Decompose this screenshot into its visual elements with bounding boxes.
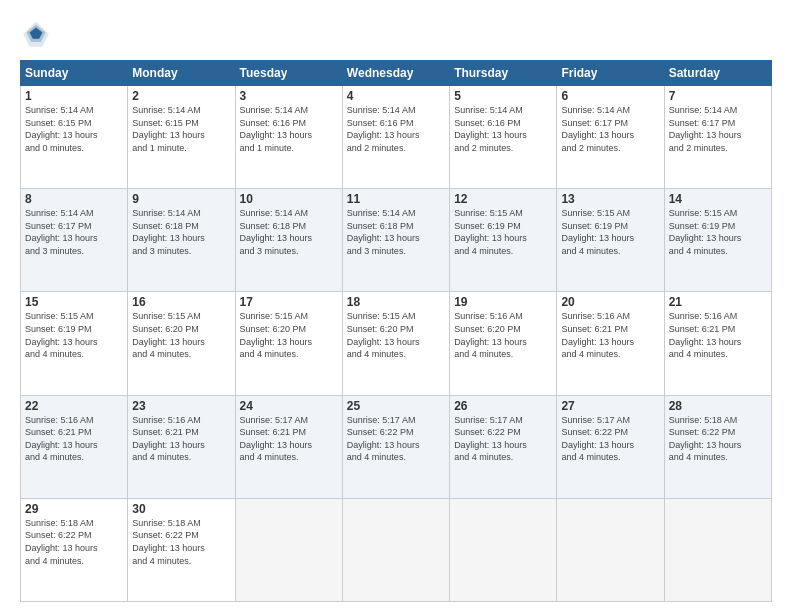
day-info: Sunrise: 5:17 AM Sunset: 6:22 PM Dayligh… <box>347 414 445 464</box>
day-info: Sunrise: 5:14 AM Sunset: 6:17 PM Dayligh… <box>669 104 767 154</box>
day-info: Sunrise: 5:14 AM Sunset: 6:15 PM Dayligh… <box>132 104 230 154</box>
calendar-cell: 1Sunrise: 5:14 AM Sunset: 6:15 PM Daylig… <box>21 86 128 189</box>
logo <box>20 18 56 50</box>
calendar-cell <box>450 498 557 601</box>
calendar-cell: 17Sunrise: 5:15 AM Sunset: 6:20 PM Dayli… <box>235 292 342 395</box>
day-number: 21 <box>669 295 767 309</box>
calendar-cell: 13Sunrise: 5:15 AM Sunset: 6:19 PM Dayli… <box>557 189 664 292</box>
day-number: 13 <box>561 192 659 206</box>
day-info: Sunrise: 5:17 AM Sunset: 6:22 PM Dayligh… <box>454 414 552 464</box>
day-info: Sunrise: 5:16 AM Sunset: 6:21 PM Dayligh… <box>669 310 767 360</box>
calendar-cell: 2Sunrise: 5:14 AM Sunset: 6:15 PM Daylig… <box>128 86 235 189</box>
day-number: 23 <box>132 399 230 413</box>
day-number: 27 <box>561 399 659 413</box>
day-info: Sunrise: 5:18 AM Sunset: 6:22 PM Dayligh… <box>669 414 767 464</box>
day-info: Sunrise: 5:16 AM Sunset: 6:21 PM Dayligh… <box>561 310 659 360</box>
calendar-cell: 11Sunrise: 5:14 AM Sunset: 6:18 PM Dayli… <box>342 189 449 292</box>
calendar-cell: 19Sunrise: 5:16 AM Sunset: 6:20 PM Dayli… <box>450 292 557 395</box>
day-number: 12 <box>454 192 552 206</box>
calendar-cell: 25Sunrise: 5:17 AM Sunset: 6:22 PM Dayli… <box>342 395 449 498</box>
calendar-cell: 4Sunrise: 5:14 AM Sunset: 6:16 PM Daylig… <box>342 86 449 189</box>
day-info: Sunrise: 5:14 AM Sunset: 6:16 PM Dayligh… <box>240 104 338 154</box>
calendar-cell: 22Sunrise: 5:16 AM Sunset: 6:21 PM Dayli… <box>21 395 128 498</box>
day-info: Sunrise: 5:18 AM Sunset: 6:22 PM Dayligh… <box>132 517 230 567</box>
day-number: 24 <box>240 399 338 413</box>
day-info: Sunrise: 5:14 AM Sunset: 6:18 PM Dayligh… <box>347 207 445 257</box>
day-number: 29 <box>25 502 123 516</box>
day-info: Sunrise: 5:14 AM Sunset: 6:18 PM Dayligh… <box>132 207 230 257</box>
calendar-week-row: 1Sunrise: 5:14 AM Sunset: 6:15 PM Daylig… <box>21 86 772 189</box>
day-number: 11 <box>347 192 445 206</box>
day-info: Sunrise: 5:17 AM Sunset: 6:22 PM Dayligh… <box>561 414 659 464</box>
day-info: Sunrise: 5:16 AM Sunset: 6:21 PM Dayligh… <box>25 414 123 464</box>
calendar-cell: 7Sunrise: 5:14 AM Sunset: 6:17 PM Daylig… <box>664 86 771 189</box>
day-number: 28 <box>669 399 767 413</box>
calendar-table: SundayMondayTuesdayWednesdayThursdayFrid… <box>20 60 772 602</box>
day-info: Sunrise: 5:15 AM Sunset: 6:19 PM Dayligh… <box>561 207 659 257</box>
calendar-cell: 16Sunrise: 5:15 AM Sunset: 6:20 PM Dayli… <box>128 292 235 395</box>
day-number: 5 <box>454 89 552 103</box>
day-number: 8 <box>25 192 123 206</box>
calendar-cell: 8Sunrise: 5:14 AM Sunset: 6:17 PM Daylig… <box>21 189 128 292</box>
calendar-cell: 29Sunrise: 5:18 AM Sunset: 6:22 PM Dayli… <box>21 498 128 601</box>
day-number: 17 <box>240 295 338 309</box>
day-info: Sunrise: 5:16 AM Sunset: 6:21 PM Dayligh… <box>132 414 230 464</box>
day-info: Sunrise: 5:14 AM Sunset: 6:18 PM Dayligh… <box>240 207 338 257</box>
calendar-cell: 3Sunrise: 5:14 AM Sunset: 6:16 PM Daylig… <box>235 86 342 189</box>
day-number: 9 <box>132 192 230 206</box>
calendar-cell: 20Sunrise: 5:16 AM Sunset: 6:21 PM Dayli… <box>557 292 664 395</box>
day-info: Sunrise: 5:14 AM Sunset: 6:16 PM Dayligh… <box>347 104 445 154</box>
calendar-cell <box>342 498 449 601</box>
day-info: Sunrise: 5:17 AM Sunset: 6:21 PM Dayligh… <box>240 414 338 464</box>
day-info: Sunrise: 5:14 AM Sunset: 6:15 PM Dayligh… <box>25 104 123 154</box>
day-number: 26 <box>454 399 552 413</box>
day-header-wednesday: Wednesday <box>342 61 449 86</box>
calendar-cell <box>664 498 771 601</box>
calendar-cell: 9Sunrise: 5:14 AM Sunset: 6:18 PM Daylig… <box>128 189 235 292</box>
calendar-cell: 21Sunrise: 5:16 AM Sunset: 6:21 PM Dayli… <box>664 292 771 395</box>
day-header-sunday: Sunday <box>21 61 128 86</box>
day-number: 16 <box>132 295 230 309</box>
calendar-week-row: 29Sunrise: 5:18 AM Sunset: 6:22 PM Dayli… <box>21 498 772 601</box>
day-number: 14 <box>669 192 767 206</box>
day-number: 20 <box>561 295 659 309</box>
calendar-week-row: 22Sunrise: 5:16 AM Sunset: 6:21 PM Dayli… <box>21 395 772 498</box>
day-header-friday: Friday <box>557 61 664 86</box>
day-number: 4 <box>347 89 445 103</box>
day-info: Sunrise: 5:15 AM Sunset: 6:20 PM Dayligh… <box>347 310 445 360</box>
calendar-cell: 6Sunrise: 5:14 AM Sunset: 6:17 PM Daylig… <box>557 86 664 189</box>
logo-icon <box>20 18 52 50</box>
day-info: Sunrise: 5:15 AM Sunset: 6:19 PM Dayligh… <box>669 207 767 257</box>
day-info: Sunrise: 5:15 AM Sunset: 6:19 PM Dayligh… <box>25 310 123 360</box>
calendar-cell: 28Sunrise: 5:18 AM Sunset: 6:22 PM Dayli… <box>664 395 771 498</box>
day-number: 6 <box>561 89 659 103</box>
calendar-cell: 15Sunrise: 5:15 AM Sunset: 6:19 PM Dayli… <box>21 292 128 395</box>
day-number: 1 <box>25 89 123 103</box>
day-number: 3 <box>240 89 338 103</box>
calendar-cell: 10Sunrise: 5:14 AM Sunset: 6:18 PM Dayli… <box>235 189 342 292</box>
day-info: Sunrise: 5:15 AM Sunset: 6:19 PM Dayligh… <box>454 207 552 257</box>
day-header-tuesday: Tuesday <box>235 61 342 86</box>
day-info: Sunrise: 5:15 AM Sunset: 6:20 PM Dayligh… <box>240 310 338 360</box>
calendar-week-row: 8Sunrise: 5:14 AM Sunset: 6:17 PM Daylig… <box>21 189 772 292</box>
page: SundayMondayTuesdayWednesdayThursdayFrid… <box>0 0 792 612</box>
day-number: 30 <box>132 502 230 516</box>
calendar-cell: 24Sunrise: 5:17 AM Sunset: 6:21 PM Dayli… <box>235 395 342 498</box>
day-info: Sunrise: 5:15 AM Sunset: 6:20 PM Dayligh… <box>132 310 230 360</box>
day-number: 22 <box>25 399 123 413</box>
day-info: Sunrise: 5:14 AM Sunset: 6:17 PM Dayligh… <box>25 207 123 257</box>
day-number: 10 <box>240 192 338 206</box>
calendar-cell: 30Sunrise: 5:18 AM Sunset: 6:22 PM Dayli… <box>128 498 235 601</box>
day-number: 18 <box>347 295 445 309</box>
header <box>20 18 772 50</box>
calendar-cell: 14Sunrise: 5:15 AM Sunset: 6:19 PM Dayli… <box>664 189 771 292</box>
calendar-cell: 5Sunrise: 5:14 AM Sunset: 6:16 PM Daylig… <box>450 86 557 189</box>
calendar-week-row: 15Sunrise: 5:15 AM Sunset: 6:19 PM Dayli… <box>21 292 772 395</box>
day-header-saturday: Saturday <box>664 61 771 86</box>
calendar-cell: 27Sunrise: 5:17 AM Sunset: 6:22 PM Dayli… <box>557 395 664 498</box>
calendar-cell: 12Sunrise: 5:15 AM Sunset: 6:19 PM Dayli… <box>450 189 557 292</box>
day-number: 19 <box>454 295 552 309</box>
day-info: Sunrise: 5:14 AM Sunset: 6:16 PM Dayligh… <box>454 104 552 154</box>
day-info: Sunrise: 5:16 AM Sunset: 6:20 PM Dayligh… <box>454 310 552 360</box>
calendar-cell: 18Sunrise: 5:15 AM Sunset: 6:20 PM Dayli… <box>342 292 449 395</box>
